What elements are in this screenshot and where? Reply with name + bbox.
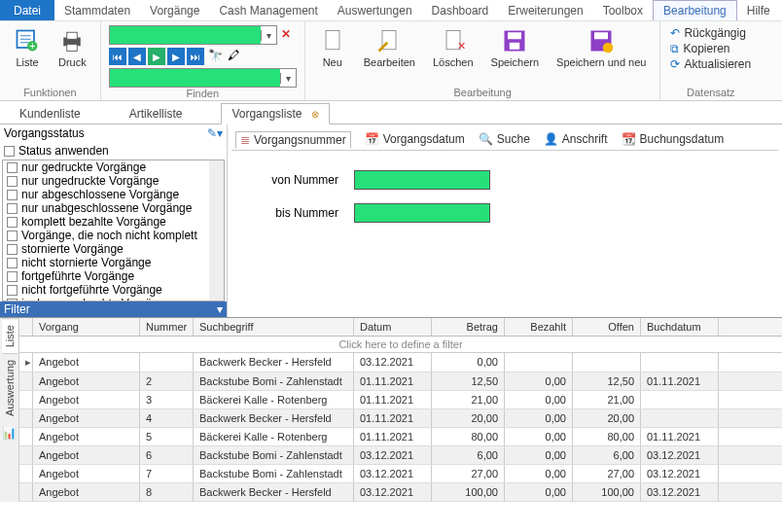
table-row[interactable]: Angebot4Backwerk Becker - Hersfeld01.11.…	[19, 409, 782, 428]
menu-datei[interactable]: Datei	[0, 0, 54, 20]
menu-cash[interactable]: Cash Management	[209, 1, 327, 20]
cell-datum: 03.12.2021	[354, 483, 432, 501]
table-row[interactable]: Angebot2Backstube Bomi - Zahlenstadt01.1…	[19, 372, 782, 391]
nav-first-icon[interactable]: ⏮	[109, 48, 126, 65]
menu-toolbox[interactable]: Toolbox	[593, 1, 653, 20]
subtab-vorgangsdatum[interactable]: 📅Vorgangsdatum	[365, 132, 465, 146]
menu-dashboard[interactable]: Dashboard	[422, 1, 499, 20]
checkbox[interactable]	[7, 190, 18, 200]
menu-hilfe[interactable]: Hilfe	[737, 1, 780, 20]
delete-red-x-icon[interactable]: ✕	[281, 27, 297, 43]
col-datum[interactable]: Datum	[354, 318, 432, 336]
cell-buchdatum: 03.12.2021	[641, 465, 719, 482]
filter-bar[interactable]: Filter▾	[0, 301, 227, 317]
menu-erweiterungen[interactable]: Erweiterungen	[498, 1, 592, 20]
checkbox[interactable]	[7, 217, 18, 228]
group-label-funktionen: Funktionen	[23, 87, 76, 98]
menu-bearbeitung[interactable]: Bearbeitung	[653, 0, 737, 20]
neu-button[interactable]: Neu	[313, 25, 352, 70]
calendar-lock-icon: 📆	[622, 132, 636, 146]
menu-auswertungen[interactable]: Auswertungen	[328, 1, 422, 20]
checkbox[interactable]	[7, 203, 18, 214]
status-item[interactable]: Vorgänge, die noch nicht komplett	[3, 229, 224, 242]
status-item[interactable]: nicht stornierte Vorgänge	[3, 256, 224, 269]
speichern-neu-button[interactable]: Speichern und neu	[551, 25, 652, 70]
nav-next-icon[interactable]: ▶	[167, 48, 185, 65]
status-anwenden-checkbox[interactable]	[4, 146, 15, 157]
col-offen[interactable]: Offen	[573, 318, 641, 336]
druck-button[interactable]: Druck	[53, 25, 92, 70]
status-item-label: fortgeführte Vorgänge	[21, 269, 134, 283]
col-vorgang[interactable]: Vorgang	[33, 318, 140, 336]
edit-dropdown-icon[interactable]: ✎▾	[207, 126, 223, 140]
checkbox[interactable]	[7, 258, 18, 268]
table-row[interactable]: Angebot3Bäckerei Kalle - Rotenberg01.11.…	[19, 391, 782, 409]
status-item[interactable]: fortgeführte Vorgänge	[3, 269, 224, 283]
subtab-suche[interactable]: 🔍Suche	[479, 132, 530, 146]
nav-play-icon[interactable]: ▶	[148, 48, 165, 65]
subtab-buchungsdatum[interactable]: 📆Buchungsdatum	[622, 132, 725, 146]
sidetab-auswertung[interactable]: Auswertung	[2, 353, 18, 422]
tab-artikelliste[interactable]: Artikelliste	[120, 104, 193, 124]
cell-nummer: 5	[140, 428, 194, 445]
checkbox[interactable]	[7, 271, 18, 282]
cell-datum: 01.11.2021	[354, 391, 432, 408]
chart-icon[interactable]: 📊	[2, 426, 17, 440]
grid-filter-row[interactable]: Click here to define a filter	[19, 337, 782, 353]
speichern-button[interactable]: Speichern	[485, 25, 546, 70]
tab-vorgangsliste[interactable]: Vorgangsliste⊗	[221, 103, 330, 124]
kopieren-button[interactable]: ⧉Kopieren	[668, 41, 731, 56]
liste-button[interactable]: + Liste	[8, 25, 47, 70]
col-buchdatum[interactable]: Buchdatum	[641, 318, 719, 336]
von-nummer-input[interactable]	[354, 170, 490, 190]
col-betrag[interactable]: Betrag	[432, 318, 505, 336]
table-row[interactable]: Angebot5Bäckerei Kalle - Rotenberg01.11.…	[19, 428, 782, 446]
status-item[interactable]: nicht fortgeführte Vorgänge	[3, 283, 224, 297]
checkbox[interactable]	[7, 176, 18, 187]
nav-prev-icon[interactable]: ◀	[128, 48, 146, 65]
tab-kundenliste[interactable]: Kundenliste	[10, 104, 90, 124]
scrollbar[interactable]	[209, 160, 224, 301]
row-indicator-header	[19, 318, 33, 336]
col-suchbegriff[interactable]: Suchbegriff	[194, 318, 354, 336]
status-item-label: nicht fortgeführte Vorgänge	[21, 283, 162, 297]
binoculars-icon[interactable]: 🔭	[208, 49, 224, 64]
aktualisieren-button[interactable]: ⟳Aktualisieren	[668, 56, 753, 72]
bearbeiten-button[interactable]: Bearbeiten	[358, 25, 421, 70]
tab-vorgangsliste-label: Vorgangsliste	[231, 107, 302, 121]
subtab-anschrift[interactable]: 👤Anschrift	[544, 132, 608, 146]
copy-icon: ⧉	[670, 42, 679, 55]
table-row[interactable]: Angebot8Backwerk Becker - Hersfeld03.12.…	[19, 483, 782, 502]
col-bezahlt[interactable]: Bezahlt	[505, 318, 573, 336]
status-item[interactable]: komplett bezahlte Vorgänge	[3, 215, 224, 229]
status-item[interactable]: nur unabgeschlossene Vorgänge	[3, 201, 224, 215]
checkbox[interactable]	[7, 285, 18, 296]
status-item[interactable]: stornierte Vorgänge	[3, 242, 224, 256]
status-item[interactable]: nur gedruckte Vorgänge	[3, 160, 224, 174]
col-nummer[interactable]: Nummer	[140, 318, 194, 336]
checkbox[interactable]	[7, 162, 18, 173]
sidetab-liste[interactable]: Liste	[2, 318, 18, 353]
checkbox[interactable]	[7, 244, 18, 255]
status-item[interactable]: nur abgeschlossene Vorgänge	[3, 188, 224, 201]
nav-last-icon[interactable]: ⏭	[187, 48, 204, 65]
table-row[interactable]: Angebot6Backstube Bomi - Zahlenstadt03.1…	[19, 446, 782, 465]
menu-stammdaten[interactable]: Stammdaten	[54, 1, 140, 20]
finden-combo-top[interactable]: ▾	[109, 25, 277, 45]
table-row[interactable]: ▸AngebotBackwerk Becker - Hersfeld03.12.…	[19, 353, 782, 372]
status-item[interactable]: im Lager gebuchte Vorgänge	[3, 297, 224, 301]
checkbox[interactable]	[7, 299, 18, 302]
bis-nummer-input[interactable]	[354, 203, 490, 223]
status-item-label: komplett bezahlte Vorgänge	[21, 215, 166, 229]
loeschen-button[interactable]: ✕ Löschen	[427, 25, 480, 70]
finden-combo-bottom[interactable]: ▾	[109, 68, 297, 88]
close-icon[interactable]: ⊗	[311, 109, 319, 120]
menu-vorgaenge[interactable]: Vorgänge	[140, 1, 209, 20]
highlight-icon[interactable]: 🖍	[228, 49, 243, 64]
table-row[interactable]: Angebot7Backstube Bomi - Zahlenstadt03.1…	[19, 465, 782, 483]
status-item[interactable]: nur ungedruckte Vorgänge	[3, 174, 224, 188]
subtab-vorgangsnummer[interactable]: ≣Vorgangsnummer	[235, 131, 351, 149]
checkbox[interactable]	[7, 231, 18, 241]
list-icon: +	[14, 27, 41, 54]
rueckgaengig-button[interactable]: ↶Rückgängig	[668, 25, 747, 41]
